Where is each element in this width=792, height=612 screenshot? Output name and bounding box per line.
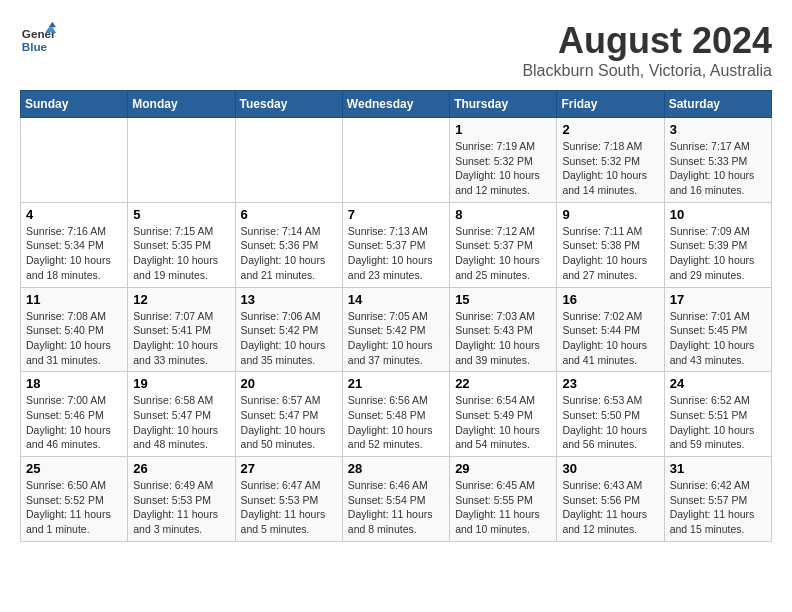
calendar-cell: 15Sunrise: 7:03 AM Sunset: 5:43 PM Dayli… [450,287,557,372]
calendar-cell: 21Sunrise: 6:56 AM Sunset: 5:48 PM Dayli… [342,372,449,457]
day-number: 13 [241,292,337,307]
day-number: 20 [241,376,337,391]
day-info: Sunrise: 7:16 AM Sunset: 5:34 PM Dayligh… [26,224,122,283]
calendar-cell: 5Sunrise: 7:15 AM Sunset: 5:35 PM Daylig… [128,202,235,287]
day-info: Sunrise: 7:02 AM Sunset: 5:44 PM Dayligh… [562,309,658,368]
day-info: Sunrise: 6:42 AM Sunset: 5:57 PM Dayligh… [670,478,766,537]
day-info: Sunrise: 6:46 AM Sunset: 5:54 PM Dayligh… [348,478,444,537]
day-info: Sunrise: 6:43 AM Sunset: 5:56 PM Dayligh… [562,478,658,537]
calendar-cell: 10Sunrise: 7:09 AM Sunset: 5:39 PM Dayli… [664,202,771,287]
day-info: Sunrise: 7:06 AM Sunset: 5:42 PM Dayligh… [241,309,337,368]
day-number: 9 [562,207,658,222]
calendar-cell: 7Sunrise: 7:13 AM Sunset: 5:37 PM Daylig… [342,202,449,287]
calendar-week-2: 4Sunrise: 7:16 AM Sunset: 5:34 PM Daylig… [21,202,772,287]
day-number: 11 [26,292,122,307]
main-title: August 2024 [522,20,772,62]
day-number: 26 [133,461,229,476]
day-number: 6 [241,207,337,222]
day-info: Sunrise: 7:09 AM Sunset: 5:39 PM Dayligh… [670,224,766,283]
day-number: 23 [562,376,658,391]
day-info: Sunrise: 7:18 AM Sunset: 5:32 PM Dayligh… [562,139,658,198]
svg-text:Blue: Blue [22,40,48,53]
calendar-cell: 26Sunrise: 6:49 AM Sunset: 5:53 PM Dayli… [128,457,235,542]
day-number: 3 [670,122,766,137]
day-number: 18 [26,376,122,391]
day-info: Sunrise: 6:54 AM Sunset: 5:49 PM Dayligh… [455,393,551,452]
header-wednesday: Wednesday [342,91,449,118]
header-sunday: Sunday [21,91,128,118]
day-number: 4 [26,207,122,222]
day-number: 22 [455,376,551,391]
calendar-cell: 31Sunrise: 6:42 AM Sunset: 5:57 PM Dayli… [664,457,771,542]
calendar-cell: 27Sunrise: 6:47 AM Sunset: 5:53 PM Dayli… [235,457,342,542]
calendar-cell: 11Sunrise: 7:08 AM Sunset: 5:40 PM Dayli… [21,287,128,372]
calendar-cell: 14Sunrise: 7:05 AM Sunset: 5:42 PM Dayli… [342,287,449,372]
calendar-cell: 12Sunrise: 7:07 AM Sunset: 5:41 PM Dayli… [128,287,235,372]
day-info: Sunrise: 7:17 AM Sunset: 5:33 PM Dayligh… [670,139,766,198]
logo: General Blue [20,20,56,56]
day-number: 16 [562,292,658,307]
calendar-cell: 13Sunrise: 7:06 AM Sunset: 5:42 PM Dayli… [235,287,342,372]
day-number: 21 [348,376,444,391]
day-info: Sunrise: 7:13 AM Sunset: 5:37 PM Dayligh… [348,224,444,283]
calendar-week-4: 18Sunrise: 7:00 AM Sunset: 5:46 PM Dayli… [21,372,772,457]
day-number: 25 [26,461,122,476]
calendar-header: Sunday Monday Tuesday Wednesday Thursday… [21,91,772,118]
day-number: 28 [348,461,444,476]
calendar-cell: 1Sunrise: 7:19 AM Sunset: 5:32 PM Daylig… [450,118,557,203]
title-block: August 2024 Blackburn South, Victoria, A… [522,20,772,80]
calendar-cell: 18Sunrise: 7:00 AM Sunset: 5:46 PM Dayli… [21,372,128,457]
calendar-week-5: 25Sunrise: 6:50 AM Sunset: 5:52 PM Dayli… [21,457,772,542]
calendar-table: Sunday Monday Tuesday Wednesday Thursday… [20,90,772,542]
day-info: Sunrise: 6:45 AM Sunset: 5:55 PM Dayligh… [455,478,551,537]
day-info: Sunrise: 7:07 AM Sunset: 5:41 PM Dayligh… [133,309,229,368]
calendar-cell: 8Sunrise: 7:12 AM Sunset: 5:37 PM Daylig… [450,202,557,287]
day-number: 14 [348,292,444,307]
day-number: 5 [133,207,229,222]
day-info: Sunrise: 6:57 AM Sunset: 5:47 PM Dayligh… [241,393,337,452]
header-row: Sunday Monday Tuesday Wednesday Thursday… [21,91,772,118]
day-info: Sunrise: 6:53 AM Sunset: 5:50 PM Dayligh… [562,393,658,452]
day-info: Sunrise: 7:11 AM Sunset: 5:38 PM Dayligh… [562,224,658,283]
page-header: General Blue August 2024 Blackburn South… [20,20,772,80]
svg-marker-2 [49,22,56,27]
day-number: 17 [670,292,766,307]
calendar-week-1: 1Sunrise: 7:19 AM Sunset: 5:32 PM Daylig… [21,118,772,203]
day-number: 12 [133,292,229,307]
day-number: 8 [455,207,551,222]
day-info: Sunrise: 6:58 AM Sunset: 5:47 PM Dayligh… [133,393,229,452]
calendar-cell [128,118,235,203]
day-info: Sunrise: 6:56 AM Sunset: 5:48 PM Dayligh… [348,393,444,452]
calendar-cell: 4Sunrise: 7:16 AM Sunset: 5:34 PM Daylig… [21,202,128,287]
calendar-cell [21,118,128,203]
header-tuesday: Tuesday [235,91,342,118]
calendar-cell: 25Sunrise: 6:50 AM Sunset: 5:52 PM Dayli… [21,457,128,542]
calendar-cell [235,118,342,203]
calendar-cell: 19Sunrise: 6:58 AM Sunset: 5:47 PM Dayli… [128,372,235,457]
day-number: 19 [133,376,229,391]
day-number: 15 [455,292,551,307]
calendar-cell: 17Sunrise: 7:01 AM Sunset: 5:45 PM Dayli… [664,287,771,372]
calendar-cell: 6Sunrise: 7:14 AM Sunset: 5:36 PM Daylig… [235,202,342,287]
calendar-cell: 9Sunrise: 7:11 AM Sunset: 5:38 PM Daylig… [557,202,664,287]
day-number: 27 [241,461,337,476]
day-info: Sunrise: 7:01 AM Sunset: 5:45 PM Dayligh… [670,309,766,368]
day-info: Sunrise: 7:05 AM Sunset: 5:42 PM Dayligh… [348,309,444,368]
day-info: Sunrise: 7:03 AM Sunset: 5:43 PM Dayligh… [455,309,551,368]
calendar-cell: 22Sunrise: 6:54 AM Sunset: 5:49 PM Dayli… [450,372,557,457]
logo-icon: General Blue [20,20,56,56]
day-info: Sunrise: 6:47 AM Sunset: 5:53 PM Dayligh… [241,478,337,537]
calendar-cell: 20Sunrise: 6:57 AM Sunset: 5:47 PM Dayli… [235,372,342,457]
header-friday: Friday [557,91,664,118]
day-info: Sunrise: 7:12 AM Sunset: 5:37 PM Dayligh… [455,224,551,283]
day-number: 30 [562,461,658,476]
calendar-cell [342,118,449,203]
day-number: 24 [670,376,766,391]
calendar-week-3: 11Sunrise: 7:08 AM Sunset: 5:40 PM Dayli… [21,287,772,372]
day-info: Sunrise: 7:14 AM Sunset: 5:36 PM Dayligh… [241,224,337,283]
day-info: Sunrise: 7:08 AM Sunset: 5:40 PM Dayligh… [26,309,122,368]
subtitle: Blackburn South, Victoria, Australia [522,62,772,80]
calendar-cell: 2Sunrise: 7:18 AM Sunset: 5:32 PM Daylig… [557,118,664,203]
day-info: Sunrise: 7:19 AM Sunset: 5:32 PM Dayligh… [455,139,551,198]
day-info: Sunrise: 6:49 AM Sunset: 5:53 PM Dayligh… [133,478,229,537]
